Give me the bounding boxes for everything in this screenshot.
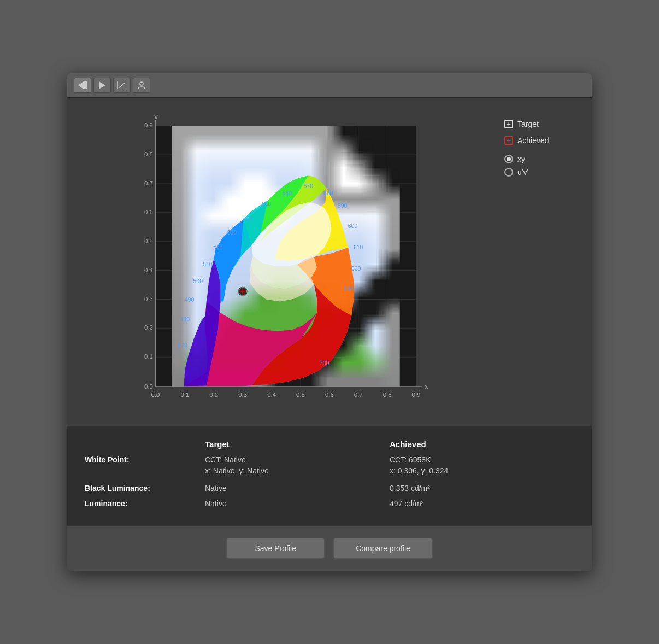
graph-button[interactable] — [113, 78, 131, 93]
svg-text:0.1: 0.1 — [180, 391, 189, 398]
svg-text:700: 700 — [320, 360, 330, 366]
svg-text:480: 480 — [180, 317, 190, 323]
svg-text:0.8: 0.8 — [144, 151, 153, 157]
svg-text:540: 540 — [243, 217, 253, 223]
svg-text:0.9: 0.9 — [412, 391, 421, 398]
svg-text:0.4: 0.4 — [267, 391, 276, 398]
svg-marker-0 — [78, 81, 84, 89]
svg-text:560: 560 — [282, 190, 292, 196]
svg-text:0.6: 0.6 — [325, 391, 334, 398]
white-point-achieved-line1: CCT: 6958K — [390, 455, 574, 464]
calibrate-button[interactable] — [74, 78, 91, 93]
luminance-label: Luminance: — [85, 499, 205, 508]
svg-text:y: y — [154, 113, 158, 121]
svg-line-3 — [119, 83, 125, 88]
svg-text:520: 520 — [213, 245, 223, 251]
svg-text:0.7: 0.7 — [144, 180, 153, 186]
radio-uv-circle — [504, 168, 513, 177]
svg-text:490: 490 — [185, 297, 195, 303]
svg-text:0.8: 0.8 — [383, 391, 392, 398]
svg-text:0.3: 0.3 — [144, 296, 153, 302]
svg-text:0.7: 0.7 — [354, 391, 363, 398]
data-section: Target Achieved White Point: CCT: Native… — [67, 426, 592, 525]
svg-point-6 — [140, 82, 143, 85]
chromaticity-chart: 0.0 0.1 0.2 0.3 0.4 0.5 0.6 0.7 0.8 0.9 … — [78, 109, 493, 415]
chart-container: 0.0 0.1 0.2 0.3 0.4 0.5 0.6 0.7 0.8 0.9 … — [78, 109, 493, 415]
app-window: 0.0 0.1 0.2 0.3 0.4 0.5 0.6 0.7 0.8 0.9 … — [67, 73, 592, 571]
svg-text:0.5: 0.5 — [296, 391, 305, 398]
footer-section: Save Profile Compare profile — [67, 525, 592, 571]
legend-target: Target — [504, 120, 581, 128]
col2-header: Target — [205, 440, 390, 449]
black-luminance-target: Native — [205, 484, 390, 493]
svg-text:580: 580 — [323, 190, 333, 196]
white-point-label: White Point: — [85, 455, 205, 464]
svg-text:0.9: 0.9 — [144, 122, 153, 128]
svg-text:0.5: 0.5 — [144, 238, 153, 244]
legend-target-label: Target — [517, 120, 539, 128]
svg-text:0.1: 0.1 — [144, 353, 153, 360]
radio-xy-label: xy — [517, 155, 525, 163]
svg-text:570: 570 — [304, 183, 314, 189]
svg-text:500: 500 — [193, 278, 203, 284]
data-header-row: Target Achieved — [85, 440, 574, 449]
save-profile-button[interactable]: Save Profile — [226, 538, 325, 559]
black-luminance-row: Black Luminance: Native 0.353 cd/m² — [85, 484, 574, 493]
svg-text:0.0: 0.0 — [151, 391, 160, 398]
svg-rect-1 — [84, 81, 87, 89]
radio-xy[interactable]: xy — [504, 155, 581, 163]
white-point-target-line2: x: Native, y: Native — [205, 466, 390, 475]
svg-text:590: 590 — [338, 203, 348, 209]
legend-achieved-label: Achieved — [517, 136, 549, 145]
svg-marker-2 — [99, 81, 105, 89]
black-luminance-achieved: 0.353 cd/m² — [390, 484, 574, 493]
chart-area: 0.0 0.1 0.2 0.3 0.4 0.5 0.6 0.7 0.8 0.9 … — [78, 109, 493, 415]
target-point — [238, 287, 248, 296]
luminance-achieved: 497 cd/m² — [390, 499, 574, 508]
coord-radio-group: xy u'v' — [504, 155, 581, 177]
svg-text:x: x — [425, 383, 428, 390]
svg-text:0.2: 0.2 — [144, 324, 153, 331]
col3-header: Achieved — [390, 440, 574, 449]
luminance-row: Luminance: Native 497 cd/m² — [85, 499, 574, 508]
svg-text:630: 630 — [343, 285, 353, 291]
radio-uv[interactable]: u'v' — [504, 168, 581, 177]
play-button[interactable] — [93, 78, 111, 93]
white-point-achieved: CCT: 6958K x: 0.306, y: 0.324 — [390, 455, 574, 475]
svg-text:550: 550 — [262, 201, 272, 207]
luminance-target: Native — [205, 499, 390, 508]
compare-profile-button[interactable]: Compare profile — [333, 538, 433, 559]
radio-xy-circle — [504, 155, 513, 163]
profile-button[interactable] — [133, 78, 150, 93]
data-table: Target Achieved White Point: CCT: Native… — [85, 440, 574, 508]
white-point-target-line1: CCT: Native — [205, 455, 390, 464]
svg-text:0.3: 0.3 — [238, 391, 247, 398]
svg-text:0.4: 0.4 — [144, 267, 153, 273]
col1-header — [85, 440, 205, 449]
svg-text:620: 620 — [351, 266, 361, 272]
svg-text:0.6: 0.6 — [144, 209, 153, 215]
white-point-achieved-line2: x: 0.306, y: 0.324 — [390, 466, 574, 475]
radio-uv-label: u'v' — [517, 168, 528, 177]
svg-text:0.2: 0.2 — [209, 391, 218, 398]
white-point-target: CCT: Native x: Native, y: Native — [205, 455, 390, 475]
svg-text:470: 470 — [178, 342, 188, 348]
achieved-icon — [504, 136, 513, 145]
svg-text:610: 610 — [354, 244, 363, 250]
toolbar — [67, 73, 592, 98]
white-point-row: White Point: CCT: Native x: Native, y: N… — [85, 455, 574, 475]
svg-text:510: 510 — [203, 261, 213, 267]
legend-achieved: Achieved — [504, 136, 581, 145]
target-icon — [504, 120, 513, 128]
svg-text:530: 530 — [227, 230, 237, 236]
svg-text:0.0: 0.0 — [144, 383, 153, 390]
svg-text:600: 600 — [348, 223, 358, 229]
main-content: 0.0 0.1 0.2 0.3 0.4 0.5 0.6 0.7 0.8 0.9 … — [67, 98, 592, 426]
black-luminance-label: Black Luminance: — [85, 484, 205, 493]
legend-area: Target Achieved xy u'v' — [504, 109, 581, 415]
